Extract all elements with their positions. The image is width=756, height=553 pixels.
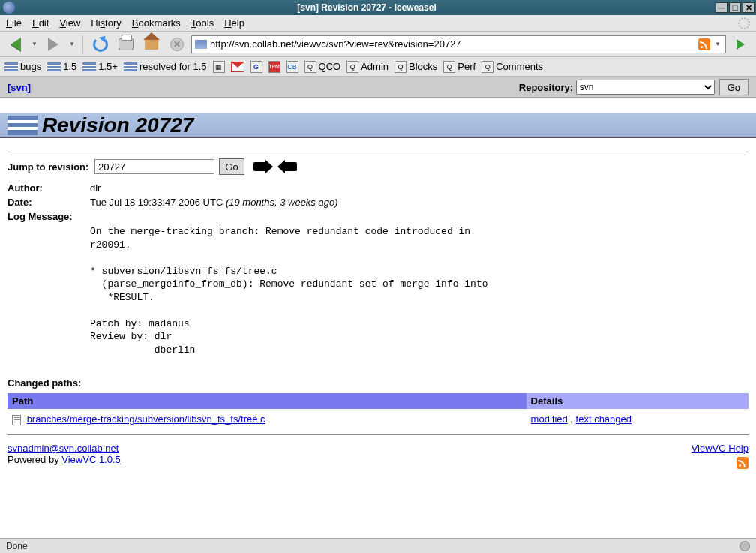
bookmark-admin[interactable]: QAdmin [346,61,388,73]
maximize-button[interactable]: □ [729,2,741,13]
svn-icon [82,62,96,71]
cb-icon: CB [286,61,298,73]
app-icon [3,2,15,14]
menu-view[interactable]: View [59,17,80,29]
bookmark-1-5-plus[interactable]: 1.5+ [82,61,118,72]
security-icon[interactable] [740,541,750,551]
author-label: Author: [8,182,90,194]
bookmark-bugs[interactable]: bugs [4,61,41,72]
bookmark-1-5[interactable]: 1.5 [47,61,76,72]
minimize-button[interactable]: — [716,2,728,13]
svn-logo-icon [8,116,38,135]
tpm-icon: TPM [268,61,280,73]
svn-icon [124,62,137,71]
log-message-body: On the merge-tracking branch: Remove red… [90,225,748,356]
generic-icon: ▦ [213,61,225,73]
rss-icon[interactable] [698,38,710,50]
author-value: dlr [90,182,748,194]
menubar: File Edit View History Bookmarks Tools H… [0,15,756,32]
powered-by-text: Powered by [8,454,62,465]
jump-to-revision-row: Jump to revision: Go [0,158,756,175]
forward-button[interactable] [42,34,64,55]
svn-icon [4,62,18,71]
menu-bookmarks[interactable]: Bookmarks [132,17,181,29]
window-title: [svn] Revision 20727 - Iceweasel [18,2,716,13]
repository-select[interactable]: svn [576,80,715,95]
bookmark-google[interactable]: G [250,61,262,73]
date-ago: (19 months, 3 weeks ago) [226,197,338,208]
admin-email-link[interactable]: svnadmin@svn.collab.net [8,443,118,454]
repository-go-button[interactable]: Go [719,79,748,95]
forward-history-dropdown[interactable]: ▼ [68,34,76,55]
menu-file[interactable]: File [6,17,22,29]
reload-button[interactable] [89,34,112,55]
revision-header: Revision 20727 [0,113,756,138]
svn-icon [47,62,61,71]
changed-path-link[interactable]: branches/merge-tracking/subversion/libsv… [27,413,266,425]
bookmark-cb[interactable]: CB [286,61,298,73]
gmail-icon [231,62,244,72]
arrow-right-icon [254,162,267,171]
print-button[interactable] [115,34,137,55]
bookmark-gmail[interactable] [231,62,244,72]
rss-icon[interactable] [736,457,748,469]
breadcrumb-svn[interactable]: [svn] [8,82,31,93]
menu-edit[interactable]: Edit [32,17,49,29]
site-favicon [195,40,207,49]
bookmark-icon-1[interactable]: ▦ [213,61,225,73]
detail-text-changed-link[interactable]: text changed [576,413,632,425]
bookmark-tpm[interactable]: TPM [268,61,280,73]
url-bar: ▼ [191,35,726,53]
date-value: Tue Jul 18 19:33:47 2006 UTC (19 months,… [90,197,748,208]
browser-window: [svn] Revision 20727 - Iceweasel — □ ✕ F… [0,0,756,553]
file-icon [12,415,21,425]
revision-input[interactable] [94,159,214,174]
bookmark-qco[interactable]: QQCO [304,61,341,73]
q-icon: Q [482,61,494,73]
next-revision-button[interactable] [254,162,267,171]
home-icon [145,39,158,50]
menu-history[interactable]: History [91,17,121,29]
viewvc-link[interactable]: ViewVC 1.0.5 [62,454,121,465]
url-input[interactable] [210,37,695,52]
stop-icon: ✕ [170,38,184,51]
reload-icon [93,37,108,52]
status-text: Done [6,541,28,551]
forward-arrow-icon [48,38,58,51]
menu-tools[interactable]: Tools [191,17,214,29]
google-icon: G [250,61,262,73]
close-button[interactable]: ✕ [742,2,754,13]
q-icon: Q [346,61,358,73]
repository-strip: [svn] Repository: svn Go [0,77,756,98]
statusbar: Done [0,538,756,553]
viewvc-help-link[interactable]: ViewVC Help [692,443,748,454]
page-content: [svn] Repository: svn Go Revision 20727 … [0,77,756,538]
prev-revision-button[interactable] [284,162,297,171]
bookmarks-toolbar: bugs 1.5 1.5+ resolved for 1.5 ▦ G TPM C… [0,57,756,77]
bookmark-blocks[interactable]: QBlocks [394,61,437,73]
menu-help[interactable]: Help [224,17,244,29]
bookmark-comments[interactable]: QComments [482,61,543,73]
q-icon: Q [443,61,455,73]
go-button[interactable] [729,34,752,55]
go-icon [736,39,745,50]
url-dropdown[interactable]: ▼ [713,34,722,55]
col-path: Path [8,393,526,409]
jump-go-button[interactable]: Go [219,158,244,175]
back-history-dropdown[interactable]: ▼ [30,34,39,55]
date-label: Date: [8,197,90,208]
q-icon: Q [304,61,316,73]
stop-button[interactable]: ✕ [166,34,188,55]
back-button[interactable] [4,34,27,55]
changed-paths-table: Path Details branches/merge-tracking/sub… [8,393,748,430]
detail-modified-link[interactable]: modified [531,413,568,425]
throbber-icon [738,17,750,29]
page-title: Revision 20727 [42,113,194,137]
back-arrow-icon [10,38,21,51]
home-button[interactable] [140,34,163,55]
navigation-toolbar: ▼ ▼ ✕ ▼ [0,32,756,57]
arrow-left-icon [284,162,297,171]
bookmark-perf[interactable]: QPerf [443,61,476,73]
repository-label: Repository: [519,82,573,93]
bookmark-resolved[interactable]: resolved for 1.5 [124,61,207,72]
